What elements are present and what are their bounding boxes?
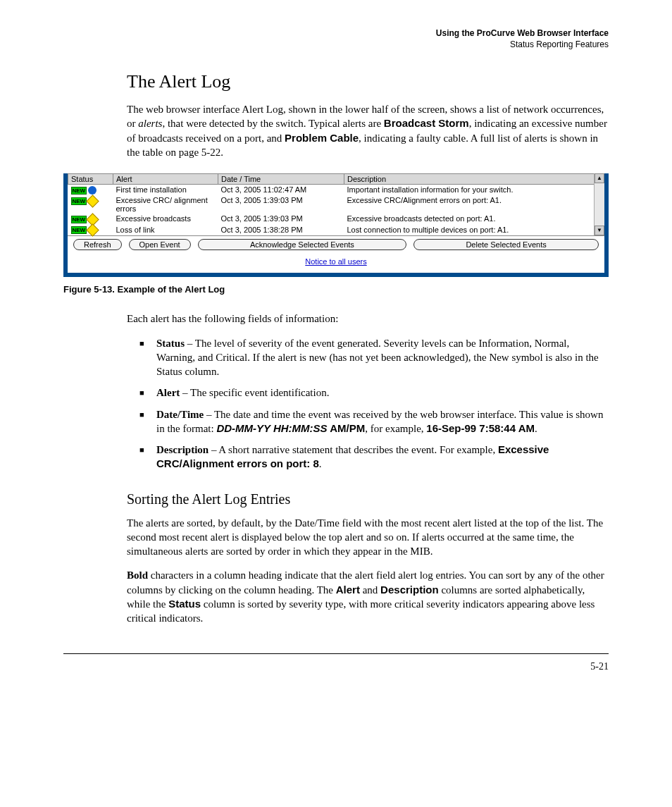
vertical-scrollbar[interactable]: ▲ ▼ (594, 173, 604, 235)
table-row[interactable]: NEW Excessive CRC/ alignment errors Oct … (68, 195, 604, 214)
acknowledge-button[interactable]: Acknowledge Selected Events (198, 239, 407, 250)
col-datetime[interactable]: Date / Time (218, 174, 344, 185)
page-number: 5-21 (590, 661, 609, 672)
list-item: Date/Time – The date and time the event … (139, 407, 609, 436)
alert-log-table: Status Alert Date / Time Description NEW… (68, 173, 604, 235)
severity-info-icon (88, 186, 97, 195)
figure-alert-log: Status Alert Date / Time Description NEW… (63, 173, 609, 295)
header-section: Status Reporting Features (63, 39, 609, 51)
new-badge: NEW (71, 197, 87, 205)
severity-warn-icon (86, 224, 99, 237)
fields-list: Status – The level of severity of the ev… (139, 336, 609, 472)
new-badge: NEW (71, 216, 87, 223)
button-row: Refresh Open Event Acknowledge Selected … (68, 235, 604, 253)
delete-button[interactable]: Delete Selected Events (413, 239, 599, 250)
table-row[interactable]: NEW Excessive broadcasts Oct 3, 2005 1:3… (68, 214, 604, 225)
notice-link[interactable]: Notice to all users (305, 257, 366, 266)
severity-warn-icon (86, 195, 99, 207)
scroll-up-icon[interactable]: ▲ (595, 173, 604, 183)
intro-paragraph: The web browser interface Alert Log, sho… (127, 102, 609, 159)
list-item: Status – The level of severity of the ev… (139, 336, 609, 379)
col-alert[interactable]: Alert (113, 174, 218, 185)
header-chapter: Using the ProCurve Web Browser Interface (63, 28, 609, 39)
table-header-row: Status Alert Date / Time Description (68, 174, 604, 185)
list-item: Alert – The specific event identificatio… (139, 386, 609, 400)
list-item: Description – A short narrative statemen… (139, 443, 609, 472)
new-badge: NEW (71, 226, 87, 234)
sorting-p2: Bold characters in a column heading indi… (127, 568, 609, 625)
sorting-p1: The alerts are sorted, by default, by th… (127, 516, 609, 559)
col-description[interactable]: Description (344, 174, 604, 185)
scroll-down-icon[interactable]: ▼ (595, 226, 604, 235)
figure-caption: Figure 5-13. Example of the Alert Log (63, 284, 609, 295)
open-event-button[interactable]: Open Event (129, 239, 191, 250)
new-badge: NEW (71, 187, 87, 195)
refresh-button[interactable]: Refresh (73, 239, 122, 250)
table-row[interactable]: NEW First time installation Oct 3, 2005 … (68, 185, 604, 196)
sorting-heading: Sorting the Alert Log Entries (127, 491, 609, 507)
page-footer: 5-21 (63, 653, 609, 672)
table-row[interactable]: NEW Loss of link Oct 3, 2005 1:38:28 PM … (68, 225, 604, 236)
page-header: Using the ProCurve Web Browser Interface… (63, 28, 609, 50)
col-status[interactable]: Status (68, 174, 113, 185)
fields-intro: Each alert has the following fields of i… (127, 312, 609, 326)
page-title: The Alert Log (127, 71, 609, 92)
